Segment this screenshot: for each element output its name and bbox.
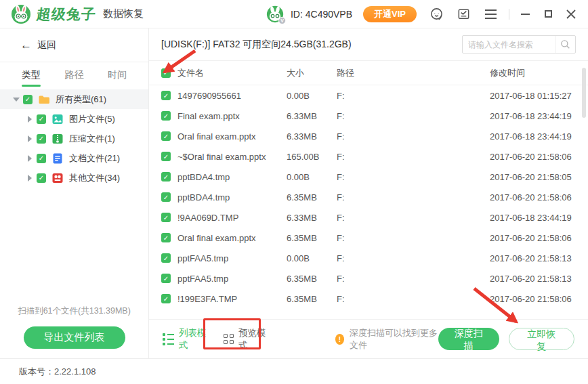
row-checkbox[interactable] <box>161 233 171 242</box>
file-modified: 2017-06-18 23:44:19 <box>490 111 588 121</box>
search-input[interactable] <box>463 40 555 49</box>
file-modified: 2017-06-20 21:58:05 <box>490 172 588 182</box>
column-header-name[interactable]: 文件名 <box>177 67 287 79</box>
preview-mode-icon <box>224 334 234 344</box>
list-mode-icon <box>163 333 174 345</box>
tree-item-archive-files[interactable]: 压缩文件(1) <box>0 129 148 148</box>
list-mode-button[interactable]: 列表模式 <box>163 327 207 351</box>
file-size: 0.00B <box>287 253 337 263</box>
file-size: 6.35MB <box>287 274 337 284</box>
app-logo: 超级兔子 数据恢复 <box>11 4 144 24</box>
sidebar-tabs: 类型 路径 时间 <box>0 62 148 88</box>
user-avatar[interactable]: V <box>266 5 284 23</box>
file-name: Oral final exam.pptx <box>177 131 287 142</box>
row-checkbox[interactable] <box>161 131 171 141</box>
search-icon <box>560 39 570 49</box>
expand-caret-icon[interactable] <box>26 135 34 142</box>
file-row[interactable]: !199E3FA.TMP 6.35MB F: 2017-06-20 21:58:… <box>149 289 588 309</box>
file-row[interactable]: pptBDA4.tmp 6.35MB F: 2017-06-20 21:58:0… <box>149 187 588 207</box>
open-vip-button[interactable]: 开通VIP <box>363 6 417 22</box>
tree-checkbox[interactable] <box>37 154 46 163</box>
file-row[interactable]: pptFAA5.tmp 0.00B F: 2017-06-20 21:58:13 <box>149 248 588 268</box>
file-modified: 2017-06-20 21:58:06 <box>490 233 588 243</box>
deep-scan-button[interactable]: 深度扫描 <box>438 328 499 350</box>
vip-level-badge: V <box>278 17 286 24</box>
row-checkbox[interactable] <box>161 111 171 121</box>
file-name: pptFAA5.tmp <box>177 253 287 263</box>
tree-checkbox[interactable] <box>37 134 46 144</box>
deep-scan-hint-text: 深度扫描可以找到更多文件 <box>350 327 438 351</box>
expand-caret-icon[interactable] <box>26 116 34 123</box>
tree-item-other-files[interactable]: 其他文件(34) <box>0 168 148 188</box>
export-file-list-button[interactable]: 导出文件列表 <box>24 326 125 349</box>
app-title: 超级兔子 <box>36 5 98 24</box>
bottom-toolbar: 列表模式 预览模式 ! 深度扫描可以找到更多文件 深度扫描 立即恢复 <box>149 319 588 358</box>
file-row[interactable]: pptFAA5.tmp 6.35MB F: 2017-06-20 21:58:1… <box>149 268 588 289</box>
column-header-path[interactable]: 路径 <box>337 67 490 79</box>
feedback-icon[interactable] <box>456 7 471 22</box>
file-row[interactable]: pptBDA4.tmp 0.00B F: 2017-06-20 21:58:05 <box>149 167 588 187</box>
tree-item-image-files[interactable]: 图片文件(5) <box>0 109 148 129</box>
column-header-modified[interactable]: 修改时间 <box>490 67 588 79</box>
file-row[interactable]: !9AA069D.TMP 6.33MB F: 2017-06-18 23:44:… <box>149 207 588 228</box>
file-modified: 2017-06-20 21:58:13 <box>490 253 588 263</box>
file-path: F: <box>337 294 490 304</box>
file-row[interactable]: Oral final exam.pptx 6.33MB F: 2017-06-1… <box>149 126 588 146</box>
file-size: 6.35MB <box>287 192 337 202</box>
row-checkbox[interactable] <box>161 294 171 303</box>
tree-item-all-types[interactable]: 所有类型(61) <box>0 89 148 109</box>
main-menu-icon[interactable] <box>483 7 498 22</box>
back-button[interactable]: ← 返回 <box>0 28 148 62</box>
file-modified: 2017-06-20 21:58:13 <box>490 274 588 284</box>
maximize-button[interactable] <box>541 7 555 22</box>
tree-checkbox[interactable] <box>37 114 46 124</box>
row-checkbox[interactable] <box>161 274 171 283</box>
file-row[interactable]: 1497690955661 0.00B F: 2017-06-18 01:15:… <box>149 85 588 106</box>
file-path: F: <box>337 131 490 142</box>
tree-label: 文档文件(21) <box>69 152 120 165</box>
file-name: Oral final exam.pptx <box>177 233 287 243</box>
file-size: 6.33MB <box>287 213 337 223</box>
file-name: 1497690955661 <box>177 91 287 101</box>
close-button[interactable] <box>564 7 579 22</box>
scan-summary: 扫描到61个文件(共131.39MB) <box>0 305 148 317</box>
row-checkbox[interactable] <box>161 172 171 182</box>
back-arrow-icon: ← <box>20 39 32 52</box>
tree-checkbox[interactable] <box>23 95 33 104</box>
title-bar: 超级兔子 数据恢复 V ID: 4C490VPB 开通VIP <box>0 0 588 28</box>
minimize-button[interactable] <box>518 7 532 22</box>
customer-service-icon[interactable] <box>429 7 444 22</box>
row-checkbox[interactable] <box>161 91 171 100</box>
tab-path[interactable]: 路径 <box>65 65 84 85</box>
tree-label: 所有类型(61) <box>56 93 106 106</box>
column-header-size[interactable]: 大小 <box>287 67 337 79</box>
tab-time[interactable]: 时间 <box>108 65 127 85</box>
file-row[interactable]: Final exam.pptx 6.33MB F: 2017-06-18 23:… <box>149 106 588 126</box>
select-all-checkbox[interactable] <box>161 68 171 78</box>
row-checkbox[interactable] <box>161 152 171 161</box>
tab-type[interactable]: 类型 <box>22 65 41 85</box>
file-row[interactable]: ~$Oral final exam.pptx 165.00B F: 2017-0… <box>149 146 588 167</box>
file-size: 0.00B <box>287 91 337 101</box>
collapse-caret-icon[interactable] <box>12 98 20 102</box>
row-checkbox[interactable] <box>161 192 171 202</box>
vertical-scrollbar[interactable] <box>582 68 586 118</box>
file-size: 0.00B <box>287 172 337 182</box>
row-checkbox[interactable] <box>161 213 171 222</box>
tree-item-document-files[interactable]: 文档文件(21) <box>0 148 148 168</box>
file-path: F: <box>337 152 490 162</box>
expand-caret-icon[interactable] <box>26 155 34 162</box>
expand-caret-icon[interactable] <box>26 175 34 182</box>
file-size: 6.33MB <box>287 111 337 121</box>
file-type-tree: 所有类型(61) 图片文件(5) <box>0 89 148 188</box>
file-row[interactable]: Oral final exam.pptx 6.35MB F: 2017-06-2… <box>149 228 588 248</box>
row-checkbox[interactable] <box>161 253 171 263</box>
file-table: 1497690955661 0.00B F: 2017-06-18 01:15:… <box>149 85 588 309</box>
preview-mode-button[interactable]: 预览模式 <box>224 327 267 351</box>
titlebar-actions: V ID: 4C490VPB 开通VIP <box>266 5 579 23</box>
search-button[interactable] <box>555 36 575 53</box>
drive-info: [UDISK(F:)] FAT32 可用空间24.5GB(31.2GB) <box>161 39 352 51</box>
tree-checkbox[interactable] <box>37 173 46 183</box>
recover-now-button[interactable]: 立即恢复 <box>509 328 574 350</box>
sidebar-footer: 扫描到61个文件(共131.39MB) 导出文件列表 <box>0 305 148 349</box>
